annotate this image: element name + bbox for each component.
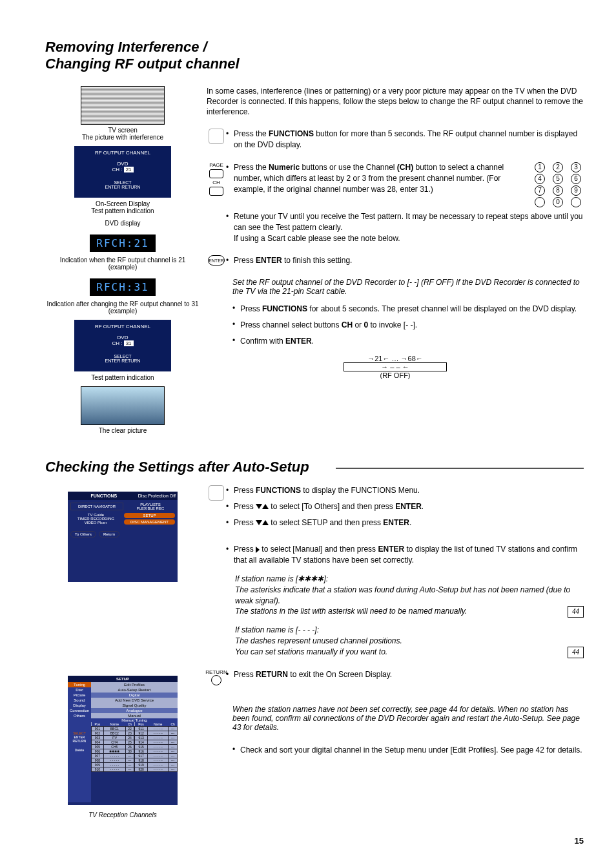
tv-caption: TV screen The picture with interference (45, 127, 200, 141)
num-2: 2 (553, 162, 563, 172)
section2-title: Checking the Settings after Auto-Setup (45, 459, 584, 475)
setupmenu-return: RETURN (73, 739, 87, 743)
asterisk-body1: The asterisks indicate that a station wa… (235, 585, 584, 607)
setup-menu-image: SETUP Tuning Disc Picture Sound Display … (68, 676, 178, 805)
lcd-21: RFCH:21 (90, 234, 155, 252)
step2b-text: Retune your TV until you receive the Tes… (234, 211, 584, 244)
scart-b3: Confirm with ENTER. (240, 336, 584, 347)
page-number: 15 (575, 836, 584, 846)
section2-right-column-bottom: RETURN •Press RETURN to exit the On Scre… (200, 669, 584, 764)
osd-return: RETURN (121, 185, 140, 189)
s2-b1: Press FUNCTIONS to display the FUNCTIONS… (234, 485, 584, 496)
lcd-31: RFCH:31 (90, 278, 155, 296)
funcmenu-flexrec: FLEXIBLE REC (126, 506, 175, 510)
setupmenu-label: SETUP (116, 677, 129, 681)
lcd-31-cap: Indication after changing the RF output … (45, 300, 200, 315)
tv-clear-image (81, 386, 165, 425)
tv-caption-line1: TV screen (108, 127, 138, 134)
item-add-dvb: Add New DVB Service (91, 698, 178, 703)
asterisk-title: If station name is [✱✱✱✱]: (235, 574, 584, 585)
clear-caption: The clear picture (45, 427, 200, 434)
num-0: 0 (553, 197, 563, 207)
num-4: 4 (535, 174, 545, 184)
osd-21: RF OUTPUT CHANNEL DVDCH : 21 SELECTENTER… (74, 146, 171, 198)
step2a-text: Press the Numeric buttons or use the Cha… (234, 162, 528, 194)
section1-intro: In some cases, interference (lines or pa… (207, 86, 584, 118)
funcmenu-video: VIDEO Plus+ (70, 521, 121, 525)
numeric-keypad-icon: 1 2 3 4 5 6 7 8 9 0 (535, 162, 584, 207)
dash-title: If station name is [- - - -]: (235, 625, 584, 636)
funcmenu-setup: SETUP (124, 513, 175, 518)
functions-menu-image: FUNCTIONS Disc Protection Off DIRECT NAV… (68, 492, 178, 582)
setupmenu-delete: Delete (68, 748, 91, 752)
osd-ch-21: 21 (124, 167, 134, 172)
item-digital: Digital (91, 693, 178, 698)
s2-note1: When the station names have not been set… (232, 705, 584, 732)
pageref-1: 44 (568, 606, 584, 618)
step-2: PAGE CH •Press the Numeric buttons or us… (207, 162, 584, 249)
osd-enter: ENTER (105, 185, 121, 189)
osd-ch-label-2: CH : (112, 340, 122, 346)
funcmenu-prot: Disc Protection Off (138, 494, 176, 498)
functions-button-icon-2 (209, 485, 224, 501)
osd-ch-31: 31 (124, 340, 134, 346)
channel-up-icon (209, 169, 223, 178)
osd-cap-1b: Test pattern indication (91, 207, 154, 214)
tab-disc: Disc (68, 687, 91, 693)
setup-caption: TV Reception Channels (45, 811, 200, 818)
tab-display: Display (68, 703, 91, 708)
page-label: PAGE (209, 162, 223, 168)
section2-rule (336, 468, 584, 469)
channel-down-icon (209, 187, 223, 196)
step-1: •Press the FUNCTIONS button for more tha… (207, 129, 584, 156)
osd-enter-2: ENTER (105, 359, 121, 363)
s2-b5: Press RETURN to exit the On Screen Displ… (234, 669, 584, 680)
osd-cap-1a: On-Screen Display (96, 200, 150, 207)
osd-31: RF OUTPUT CHANNEL DVDCH : 31 SELECTENTER… (74, 320, 171, 371)
step3-text: Press ENTER to finish this setting. (234, 255, 584, 266)
tab-sound: Sound (68, 698, 91, 703)
section2-title-text: Checking the Settings after Auto-Setup (45, 459, 309, 475)
item-manual: Manual (91, 713, 178, 718)
item-analogue: Analogue (91, 708, 178, 713)
num-5: 5 (553, 174, 563, 184)
funcmenu-directnav: DIRECT NAVIGATOR (70, 503, 123, 510)
num-6: 6 (571, 174, 581, 184)
osd-return-2: RETURN (121, 359, 140, 363)
rf-off-label: (RF OFF) (207, 371, 584, 379)
section2-left-column: FUNCTIONS Disc Protection Off DIRECT NAV… (45, 485, 200, 589)
functions-button-icon (209, 129, 224, 144)
return-button-icon (211, 675, 221, 685)
dash-body2: You can set stations manually if you wan… (235, 647, 387, 656)
return-label: RETURN (205, 669, 227, 675)
scart-b1: Press FUNCTIONS for about 5 seconds. The… (240, 304, 584, 315)
asterisk-body2: The stations in the list with asterisk w… (235, 607, 467, 616)
scart-note: Set the RF output channel of the DVD Rec… (232, 278, 584, 296)
osd-dvd-2: DVD (118, 335, 128, 340)
funcmenu-toothers: To Others (70, 531, 96, 537)
s2-b3: Press to select SETUP and then press ENT… (234, 517, 584, 528)
tuning-table: PosNameCh901BBC122902BBC223903ITV24904CH… (91, 722, 178, 772)
scart-b2: Press channel select buttons CH or 0 to … (240, 320, 584, 331)
section1-right-column: In some cases, interference (lines or pa… (200, 86, 584, 386)
num-9: 9 (571, 185, 581, 196)
osd-select: SELECT (114, 180, 131, 185)
item-signal: Signal Quality (91, 703, 178, 708)
tab-picture: Picture (68, 693, 91, 698)
num-8: 8 (553, 185, 563, 196)
section1-title: Removing Interference /Changing RF outpu… (45, 39, 584, 73)
num-3: 3 (571, 162, 581, 172)
tv-caption-line2: The picture with interference (82, 134, 163, 141)
funcmenu-return: Return (99, 531, 119, 537)
ch-label: CH (212, 180, 220, 185)
osd-dvd: DVD (118, 161, 128, 167)
step-3: ENTER •Press ENTER to finish this settin… (207, 255, 584, 271)
osd-title: RF OUTPUT CHANNEL (78, 150, 167, 156)
enter-button-icon: ENTER (208, 255, 225, 266)
s2-b2: Press to select [To Others] and then pre… (234, 501, 584, 512)
osd-title-2: RF OUTPUT CHANNEL (78, 324, 167, 329)
rf-off-diagram: →21← … →68← → – – ← (RF OFF) (207, 355, 584, 379)
num-7: 7 (535, 185, 545, 196)
osd-ch-label: CH : (112, 167, 122, 172)
section2-right-column-top: •Press FUNCTIONS to display the FUNCTION… (200, 485, 584, 666)
